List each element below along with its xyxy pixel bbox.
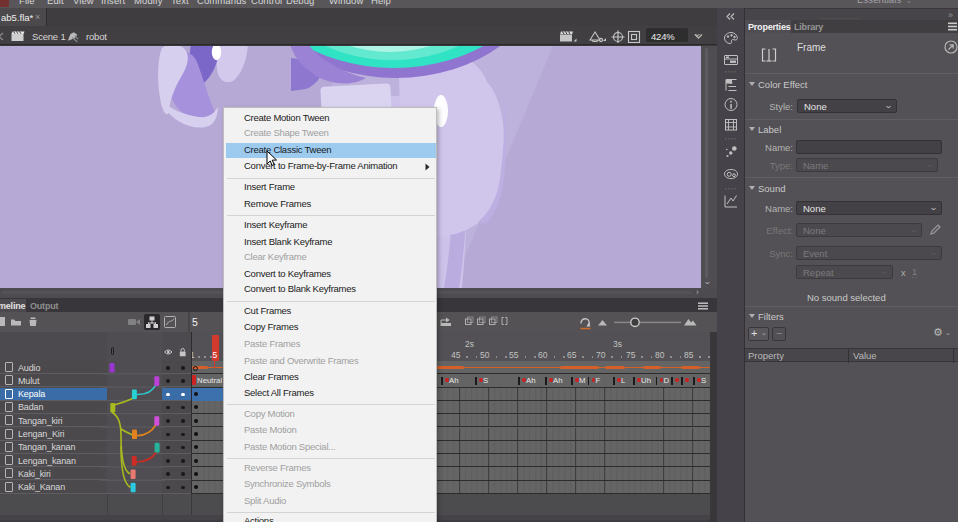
svg-text:5: 5 [192,316,198,328]
